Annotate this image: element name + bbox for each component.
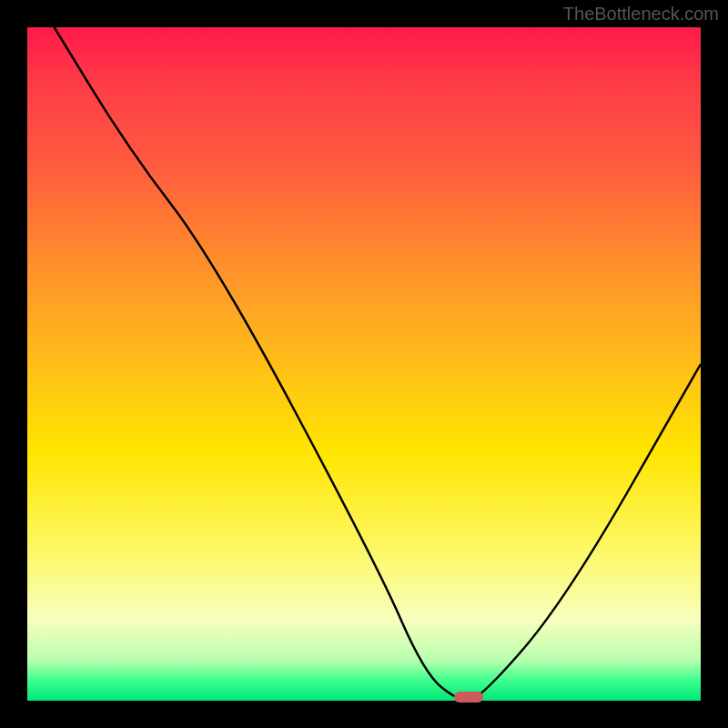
bottleneck-line xyxy=(55,27,701,701)
watermark-text: TheBottleneck.com xyxy=(563,4,719,25)
plot-area xyxy=(27,27,701,701)
line-curve xyxy=(27,27,701,701)
optimal-marker xyxy=(454,692,483,703)
chart-frame: TheBottleneck.com xyxy=(0,0,728,728)
